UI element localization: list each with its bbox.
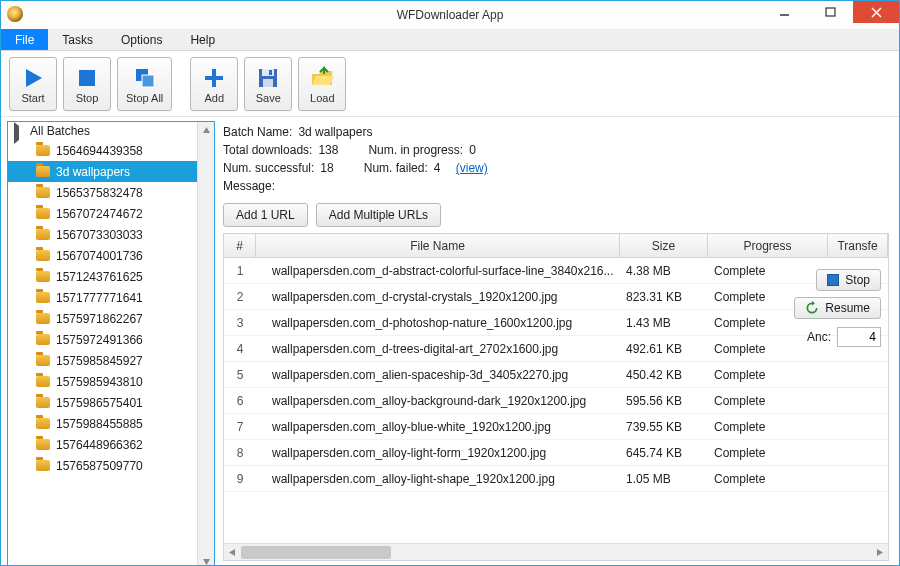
add-one-url-button[interactable]: Add 1 URL xyxy=(223,203,308,227)
sidebar-item[interactable]: 1575972491366 xyxy=(8,329,197,350)
scroll-up-icon[interactable] xyxy=(198,122,215,139)
save-button[interactable]: Save xyxy=(244,57,292,111)
failed-value: 4 xyxy=(434,161,441,175)
sidebar-item[interactable]: 1571777771641 xyxy=(8,287,197,308)
col-index[interactable]: # xyxy=(224,234,256,257)
sidebar-item[interactable]: 1575986575401 xyxy=(8,392,197,413)
cell-size: 4.38 MB xyxy=(620,264,708,278)
sidebar-item[interactable]: 3d wallpapers xyxy=(8,161,197,182)
cell-fname: wallpapersden.com_d-crystal-crystals_192… xyxy=(256,290,620,304)
menu-file[interactable]: File xyxy=(1,29,48,50)
svg-rect-7 xyxy=(142,75,154,87)
start-button[interactable]: Start xyxy=(9,57,57,111)
table-row[interactable]: 6wallpapersden.com_alloy-background-dark… xyxy=(224,388,888,414)
scroll-down-icon[interactable] xyxy=(198,553,215,566)
sidebar-item[interactable]: 1576587509770 xyxy=(8,455,197,476)
twisty-icon[interactable] xyxy=(14,126,24,136)
folder-icon xyxy=(36,334,50,345)
folder-open-icon xyxy=(310,66,334,90)
sidebar-item[interactable]: 1571243761625 xyxy=(8,266,197,287)
table-row[interactable]: 1wallpapersden.com_d-abstract-colorful-s… xyxy=(224,258,888,284)
cell-idx: 4 xyxy=(224,342,256,356)
sidebar-item[interactable]: 1567072474672 xyxy=(8,203,197,224)
close-button[interactable] xyxy=(853,1,899,23)
cell-fname: wallpapersden.com_alloy-light-shape_1920… xyxy=(256,472,620,486)
sidebar-item[interactable]: 1567073303033 xyxy=(8,224,197,245)
sidebar-scrollbar[interactable] xyxy=(197,122,214,566)
sidebar-item[interactable]: 1567074001736 xyxy=(8,245,197,266)
table-row[interactable]: 3wallpapersden.com_d-photoshop-nature_16… xyxy=(224,310,888,336)
total-label: Total downloads: xyxy=(223,143,312,157)
sidebar-item-label: 1576587509770 xyxy=(56,459,143,473)
sidebar-item-label: 1564694439358 xyxy=(56,144,143,158)
sidebar-item[interactable]: 1575971862267 xyxy=(8,308,197,329)
cell-prog: Complete xyxy=(708,446,828,460)
col-filename[interactable]: File Name xyxy=(256,234,620,257)
scroll-thumb[interactable] xyxy=(241,546,391,559)
sidebar-item-label: 1567073303033 xyxy=(56,228,143,242)
view-failed-link[interactable]: (view) xyxy=(456,161,488,175)
menu-help[interactable]: Help xyxy=(176,29,229,50)
svg-rect-9 xyxy=(205,76,223,80)
minimize-button[interactable] xyxy=(761,1,807,23)
maximize-button[interactable] xyxy=(807,1,853,23)
menu-options[interactable]: Options xyxy=(107,29,176,50)
batch-tree[interactable]: All Batches 15646944393583d wallpapers15… xyxy=(8,122,197,566)
sidebar-item-label: 1571243761625 xyxy=(56,270,143,284)
scroll-left-icon[interactable] xyxy=(224,544,241,561)
menu-tasks[interactable]: Tasks xyxy=(48,29,107,50)
sidebar-item-label: 1575971862267 xyxy=(56,312,143,326)
col-progress[interactable]: Progress xyxy=(708,234,828,257)
sidebar-item[interactable]: 1576448966362 xyxy=(8,434,197,455)
cell-idx: 5 xyxy=(224,368,256,382)
table-h-scrollbar[interactable] xyxy=(224,543,888,560)
col-size[interactable]: Size xyxy=(620,234,708,257)
scroll-right-icon[interactable] xyxy=(871,544,888,561)
sidebar-item[interactable]: 1575985943810 xyxy=(8,371,197,392)
toolbar: Start Stop Stop All Add Save Load xyxy=(1,51,899,117)
cell-idx: 3 xyxy=(224,316,256,330)
svg-rect-11 xyxy=(262,69,274,76)
succ-label: Num. successful: xyxy=(223,161,314,175)
sidebar-item[interactable]: 1575988455885 xyxy=(8,413,197,434)
anc-input[interactable] xyxy=(837,327,881,347)
cell-idx: 8 xyxy=(224,446,256,460)
play-icon xyxy=(21,66,45,90)
succ-value: 18 xyxy=(320,161,333,175)
sidebar-item[interactable]: 1564694439358 xyxy=(8,140,197,161)
stop-all-button[interactable]: Stop All xyxy=(117,57,172,111)
table-row[interactable]: 5wallpapersden.com_alien-spaceship-3d_34… xyxy=(224,362,888,388)
main-panel: Batch Name: 3d wallpapers Total download… xyxy=(219,117,899,566)
table-row[interactable]: 7wallpapersden.com_alloy-blue-white_1920… xyxy=(224,414,888,440)
cell-size: 1.05 MB xyxy=(620,472,708,486)
sidebar-item-label: 1565375832478 xyxy=(56,186,143,200)
svg-rect-5 xyxy=(79,70,95,86)
table-row[interactable]: 2wallpapersden.com_d-crystal-crystals_19… xyxy=(224,284,888,310)
table-header: # File Name Size Progress Transfe xyxy=(224,234,888,258)
folder-icon xyxy=(36,313,50,324)
svg-marker-18 xyxy=(877,549,883,556)
folder-icon xyxy=(36,439,50,450)
cell-size: 492.61 KB xyxy=(620,342,708,356)
sidebar-item[interactable]: 1575985845927 xyxy=(8,350,197,371)
tree-root[interactable]: All Batches xyxy=(8,122,197,140)
table-row[interactable]: 9wallpapersden.com_alloy-light-shape_192… xyxy=(224,466,888,492)
stop-button[interactable]: Stop xyxy=(63,57,111,111)
cell-prog: Complete xyxy=(708,472,828,486)
sidebar-item-label: 1575986575401 xyxy=(56,396,143,410)
sidebar-item[interactable]: 1565375832478 xyxy=(8,182,197,203)
resume-batch-button[interactable]: Resume xyxy=(794,297,881,319)
cell-size: 1.43 MB xyxy=(620,316,708,330)
folder-icon xyxy=(36,292,50,303)
col-transfer[interactable]: Transfe xyxy=(828,234,888,257)
cell-size: 450.42 KB xyxy=(620,368,708,382)
table-row[interactable]: 4wallpapersden.com_d-trees-digital-art_2… xyxy=(224,336,888,362)
stop-batch-button[interactable]: Stop xyxy=(816,269,881,291)
load-button[interactable]: Load xyxy=(298,57,346,111)
add-multiple-urls-button[interactable]: Add Multiple URLs xyxy=(316,203,441,227)
cell-fname: wallpapersden.com_alloy-background-dark_… xyxy=(256,394,620,408)
table-row[interactable]: 8wallpapersden.com_alloy-light-form_1920… xyxy=(224,440,888,466)
sidebar-item-label: 1567072474672 xyxy=(56,207,143,221)
add-button[interactable]: Add xyxy=(190,57,238,111)
cell-fname: wallpapersden.com_d-trees-digital-art_27… xyxy=(256,342,620,356)
